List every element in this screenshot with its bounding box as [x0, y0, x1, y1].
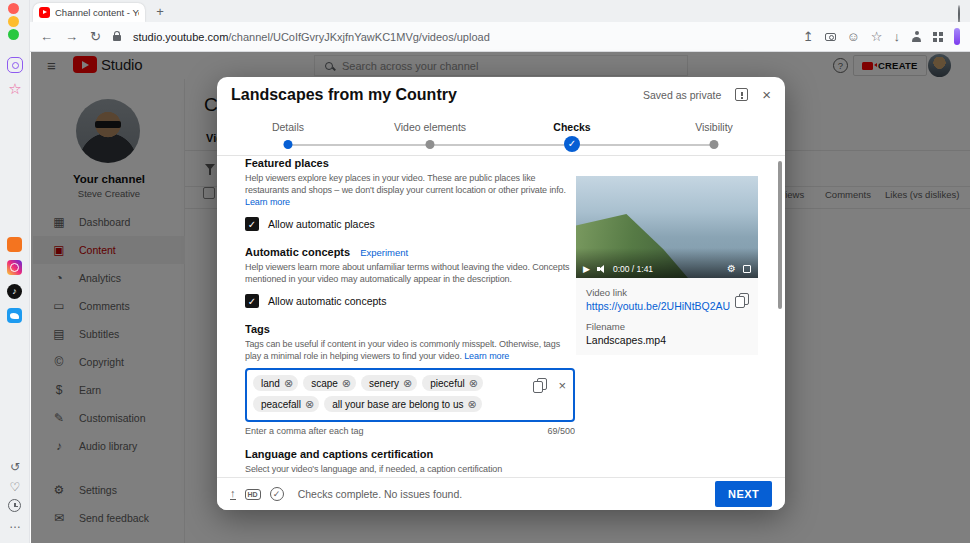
tag-chips: land ⊗ scape ⊗ senery ⊗ pieceful ⊗ peace…	[253, 375, 521, 412]
featured-places-description: Help viewers explore key places in your …	[245, 172, 575, 208]
notifications-app-icon[interactable]	[7, 57, 23, 73]
check-icon: ✓	[248, 296, 256, 307]
allow-automatic-concepts-checkbox[interactable]: ✓	[245, 294, 259, 308]
play-icon[interactable]: ▶	[583, 265, 590, 274]
new-tab-button[interactable]: +	[152, 3, 168, 19]
video-player[interactable]: ▶ 0:00 / 1:41 ⚙	[576, 176, 758, 278]
video-link[interactable]: https://youtu.be/2UHiNtBQ2AU	[586, 300, 734, 312]
dialog-title: Landscapes from my Country	[231, 86, 457, 104]
tags-description: Tags can be useful if content in your vi…	[245, 338, 575, 362]
automatic-concepts-heading: Automatic concepts	[245, 246, 350, 258]
profile-icon[interactable]	[911, 31, 922, 42]
twitter-icon[interactable]	[7, 308, 22, 323]
volume-icon[interactable]	[597, 264, 606, 274]
bookmark-star-icon[interactable]: ☆	[871, 30, 883, 43]
lock-icon[interactable]	[113, 35, 121, 41]
featured-places-heading: Featured places	[245, 157, 575, 169]
tags-counter: 69/500	[547, 426, 575, 436]
steps-connector	[288, 144, 714, 146]
checks-status-icon: ✓	[270, 487, 284, 501]
tag-chip[interactable]: pieceful ⊗	[422, 375, 483, 391]
tag-chip[interactable]: all your base are belong to us ⊗	[324, 396, 481, 412]
step-video-elements[interactable]: Video elements ✓	[359, 113, 501, 133]
copy-link-icon[interactable]	[735, 293, 749, 308]
copy-tags-icon[interactable]	[533, 378, 547, 393]
filename-label: Filename	[586, 321, 748, 332]
step-checks[interactable]: Checks ✓	[501, 113, 643, 133]
browser-toolbar: ← → ↻ studio.youtube.com/channel/UCoIfGv…	[30, 22, 970, 52]
player-settings-icon[interactable]: ⚙	[727, 264, 736, 274]
favorites-star-icon[interactable]: ☆	[7, 80, 23, 96]
tags-heading: Tags	[245, 323, 575, 335]
clear-tags-icon[interactable]: ×	[558, 379, 566, 392]
fullscreen-icon[interactable]	[743, 265, 751, 273]
heart-icon[interactable]: ♡	[7, 479, 23, 495]
extensions-puzzle-icon[interactable]	[933, 32, 937, 36]
browser-side-strip: ☆ ♪ ↺ ♡ …	[0, 0, 30, 543]
tags-input-box[interactable]: land ⊗ scape ⊗ senery ⊗ pieceful ⊗ peace…	[245, 368, 575, 422]
toolbar-actions: ↥ ☺ ☆ ↓	[803, 28, 960, 45]
scrollbar[interactable]	[778, 161, 782, 309]
tag-chip[interactable]: land ⊗	[253, 375, 298, 391]
remove-tag-icon[interactable]: ⊗	[467, 399, 476, 410]
sidebar-toggle-icon[interactable]	[954, 28, 960, 45]
divider	[217, 155, 785, 156]
browser-tab[interactable]: Channel content - YouT...	[33, 3, 145, 22]
hd-processing-icon: HD	[245, 489, 261, 500]
remove-tag-icon[interactable]: ⊗	[284, 378, 293, 389]
more-options-icon[interactable]: …	[7, 516, 23, 532]
step-dot: ✓	[564, 136, 580, 152]
checks-form: Featured places Help viewers explore key…	[245, 157, 575, 477]
filename-value: Landscapes.mp4	[586, 334, 748, 346]
instagram-icon[interactable]	[7, 260, 22, 275]
download-icon[interactable]: ↓	[894, 30, 901, 43]
learn-more-link[interactable]: Learn more	[464, 351, 509, 361]
close-icon[interactable]: ×	[762, 87, 771, 102]
video-link-label: Video link	[586, 287, 748, 298]
window-close-button[interactable]	[8, 3, 19, 14]
tag-chip[interactable]: peacefall ⊗	[253, 396, 319, 412]
language-description: Select your video's language and, if nee…	[245, 463, 575, 475]
tag-chip[interactable]: senery ⊗	[361, 375, 417, 391]
remove-tag-icon[interactable]: ⊗	[305, 399, 314, 410]
step-dot: ✓	[710, 140, 719, 149]
learn-more-link[interactable]: Learn more	[245, 197, 290, 207]
upload-dialog: Landscapes from my Country Saved as priv…	[217, 77, 785, 510]
clock-icon[interactable]	[8, 499, 21, 512]
allow-automatic-places-checkbox[interactable]: ✓	[245, 217, 259, 231]
address-bar[interactable]: studio.youtube.com/channel/UCoIfGvryJKxj…	[133, 31, 791, 43]
allow-automatic-places-row: ✓ Allow automatic places	[245, 217, 575, 231]
remove-tag-icon[interactable]: ⊗	[342, 378, 351, 389]
tab-title: Channel content - YouT...	[55, 7, 139, 18]
window-zoom-button[interactable]	[8, 29, 19, 40]
tag-chip[interactable]: scape ⊗	[303, 375, 356, 391]
step-visibility[interactable]: Visibility ✓	[643, 113, 785, 133]
remove-tag-icon[interactable]: ⊗	[469, 378, 478, 389]
reload-button[interactable]: ↻	[90, 30, 101, 43]
history-icon[interactable]: ↺	[7, 459, 23, 475]
tiktok-icon[interactable]: ♪	[7, 284, 22, 299]
forward-button[interactable]: →	[65, 30, 78, 43]
check-icon: ✓	[248, 219, 256, 230]
window-minimize-button[interactable]	[8, 16, 19, 27]
player-controls: ▶ 0:00 / 1:41 ⚙	[576, 260, 758, 278]
camera-icon[interactable]	[825, 33, 836, 41]
upload-status-icon: ↑	[230, 488, 236, 500]
pinned-app-icon[interactable]	[7, 237, 22, 252]
feedback-icon[interactable]	[735, 88, 748, 101]
language-heading: Language and captions certification	[245, 448, 575, 460]
remove-tag-icon[interactable]: ⊗	[403, 378, 412, 389]
dialog-footer: ↑ HD ✓ Checks complete. No issues found.…	[217, 477, 785, 510]
time-display: 0:00 / 1:41	[613, 264, 653, 274]
video-info-card: Video link https://youtu.be/2UHiNtBQ2AU …	[576, 278, 758, 355]
step-details[interactable]: Details ✓	[217, 113, 359, 133]
next-button[interactable]: NEXT	[715, 481, 772, 507]
emoji-icon[interactable]: ☺	[847, 30, 860, 43]
tags-hint: Enter a comma after each tag	[245, 426, 364, 436]
youtube-favicon	[39, 7, 50, 18]
step-dot: ✓	[426, 140, 435, 149]
saved-status: Saved as private	[643, 89, 721, 101]
share-icon[interactable]: ↥	[803, 30, 814, 43]
back-button[interactable]: ←	[40, 30, 53, 43]
step-dot: ✓	[284, 140, 293, 149]
